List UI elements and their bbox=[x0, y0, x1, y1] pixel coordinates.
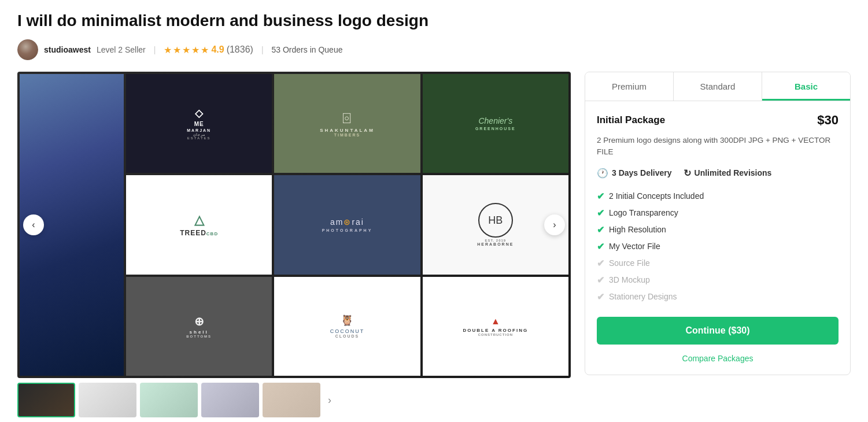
feature-source-label: Source File bbox=[609, 258, 650, 268]
orders-queue: 53 Orders in Queue bbox=[272, 45, 343, 54]
feature-stationery: ✔ Stationery Designs bbox=[597, 288, 839, 305]
thumbnail-2[interactable] bbox=[79, 383, 136, 417]
feature-mockup-label: 3D Mockup bbox=[609, 275, 650, 284]
tab-premium[interactable]: Premium bbox=[585, 72, 674, 101]
star-rating: ★ ★ ★ ★ ★ 4.9 (1836) bbox=[164, 45, 253, 55]
star-5: ★ bbox=[201, 45, 209, 55]
package-header: Initial Package $30 bbox=[597, 113, 839, 128]
tab-standard[interactable]: Standard bbox=[674, 72, 762, 101]
seller-name[interactable]: studioawest bbox=[44, 45, 91, 54]
feature-transparency: ✔ Logo Transparency bbox=[597, 205, 839, 221]
thumbnails-row: › bbox=[17, 383, 571, 417]
revisions-label: Unlimited Revisions bbox=[695, 168, 772, 177]
refresh-icon: ↻ bbox=[684, 168, 691, 179]
compare-packages-link[interactable]: Compare Packages bbox=[597, 354, 839, 363]
check-vector: ✔ bbox=[597, 241, 604, 252]
logo-tile-coconut: 🦉 COCONUT CLOUDS bbox=[274, 277, 420, 376]
carousel-main: ◇ ME MARJAN مرجان ESTATES ⌻ SHAKUNTALAM … bbox=[17, 72, 571, 378]
logo-tile-amorai: am⊛rai PHOTOGRAPHY bbox=[274, 175, 420, 274]
package-description: 2 Premium logo designs along with 300DPI… bbox=[597, 135, 839, 158]
star-3: ★ bbox=[182, 45, 190, 55]
continue-button[interactable]: Continue ($30) bbox=[597, 317, 839, 345]
main-content: ◇ ME MARJAN مرجان ESTATES ⌻ SHAKUNTALAM … bbox=[17, 72, 851, 417]
carousel-prev-button[interactable]: ‹ bbox=[23, 214, 44, 235]
thumbnails-more-button[interactable]: › bbox=[324, 383, 335, 417]
logo-tile-shell: ⊕ shell BOTTOMS bbox=[126, 277, 272, 376]
check-concepts: ✔ bbox=[597, 191, 604, 202]
check-mockup: ✔ bbox=[597, 275, 604, 286]
package-panel: Premium Standard Basic Initial Package $… bbox=[585, 72, 851, 375]
package-tabs: Premium Standard Basic bbox=[585, 72, 850, 101]
thumbnail-1[interactable] bbox=[17, 383, 75, 417]
star-4: ★ bbox=[191, 45, 200, 55]
package-price: $30 bbox=[817, 113, 839, 128]
rating-number: 4.9 bbox=[211, 45, 224, 55]
feature-resolution: ✔ High Resolution bbox=[597, 221, 839, 238]
left-section: ◇ ME MARJAN مرجان ESTATES ⌻ SHAKUNTALAM … bbox=[17, 72, 571, 417]
divider: | bbox=[154, 45, 156, 54]
thumbnail-5[interactable] bbox=[263, 383, 320, 417]
feature-resolution-label: High Resolution bbox=[609, 225, 666, 234]
carousel-next-button[interactable]: › bbox=[544, 214, 565, 235]
check-resolution: ✔ bbox=[597, 224, 604, 235]
review-count: (1836) bbox=[227, 45, 253, 55]
logo-tile-double-a: ▲ DOUBLE A ROOFING CONSTRUCTION bbox=[423, 277, 568, 376]
feature-source: ✔ Source File bbox=[597, 255, 839, 272]
feature-concepts-label: 2 Initial Concepts Included bbox=[609, 191, 704, 201]
check-stationery: ✔ bbox=[597, 291, 604, 302]
logo-tile-cheniers: Chenier's GREENHOUSE bbox=[423, 74, 568, 173]
logo-tile-marjan: ◇ ME MARJAN مرجان ESTATES bbox=[126, 74, 272, 173]
logo-tile-shakuntalam: ⌻ SHAKUNTALAM TIMBERS bbox=[274, 74, 420, 173]
thumbnail-3[interactable] bbox=[140, 383, 198, 417]
star-2: ★ bbox=[173, 45, 181, 55]
page-title: I will do minimalist modern and business… bbox=[17, 12, 851, 30]
check-source: ✔ bbox=[597, 258, 604, 269]
feature-transparency-label: Logo Transparency bbox=[609, 208, 678, 217]
delivery-row: 🕐 3 Days Delivery ↻ Unlimited Revisions bbox=[597, 168, 839, 179]
logo-tile-treed: △ TREEDCBD bbox=[126, 175, 272, 274]
clock-icon: 🕐 bbox=[597, 168, 608, 179]
tab-basic[interactable]: Basic bbox=[762, 72, 850, 101]
panel-body: Initial Package $30 2 Premium logo desig… bbox=[585, 101, 850, 375]
right-panel: Premium Standard Basic Initial Package $… bbox=[585, 72, 851, 417]
seller-row: studioawest Level 2 Seller | ★ ★ ★ ★ ★ 4… bbox=[17, 39, 851, 60]
thumbnail-4[interactable] bbox=[201, 383, 259, 417]
package-name: Initial Package bbox=[597, 114, 665, 126]
feature-stationery-label: Stationery Designs bbox=[609, 292, 677, 301]
delivery-days-label: 3 Days Delivery bbox=[612, 168, 672, 177]
feature-vector: ✔ My Vector File bbox=[597, 238, 839, 255]
divider-2: | bbox=[261, 45, 264, 54]
image-carousel: ◇ ME MARJAN مرجان ESTATES ⌻ SHAKUNTALAM … bbox=[17, 72, 571, 378]
features-list: ✔ 2 Initial Concepts Included ✔ Logo Tra… bbox=[597, 188, 839, 305]
feature-concepts: ✔ 2 Initial Concepts Included bbox=[597, 188, 839, 205]
feature-vector-label: My Vector File bbox=[609, 242, 660, 251]
revisions: ↻ Unlimited Revisions bbox=[684, 168, 772, 179]
delivery-days: 🕐 3 Days Delivery bbox=[597, 168, 672, 179]
avatar-image bbox=[17, 39, 38, 60]
check-transparency: ✔ bbox=[597, 208, 604, 219]
avatar bbox=[17, 39, 38, 60]
page-container: I will do minimalist modern and business… bbox=[0, 0, 868, 422]
feature-mockup: ✔ 3D Mockup bbox=[597, 272, 839, 288]
star-1: ★ bbox=[164, 45, 172, 55]
seller-level: Level 2 Seller bbox=[97, 45, 146, 54]
